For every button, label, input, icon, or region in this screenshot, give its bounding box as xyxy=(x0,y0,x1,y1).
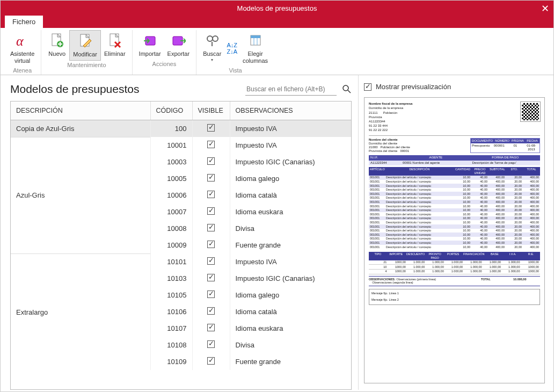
cell-visible xyxy=(192,270,230,287)
window-title: Modelos de presupuestos xyxy=(237,4,317,12)
cell-observaciones: Divisa xyxy=(230,337,351,353)
cell-codigo: 10109 xyxy=(150,353,192,370)
group-atenea: Atenea xyxy=(13,67,32,74)
modificar-button[interactable]: Modificar xyxy=(69,30,101,61)
cell-observaciones: Idioma català xyxy=(230,303,351,320)
cell-observaciones: Idioma euskara xyxy=(230,320,351,337)
close-icon[interactable]: ✕ xyxy=(541,3,549,14)
search-icon xyxy=(203,32,221,49)
visible-checkbox[interactable] xyxy=(207,357,215,365)
qr-icon xyxy=(521,102,540,121)
col-descripcion[interactable]: DESCRIPCIÓN xyxy=(11,101,150,120)
svg-rect-12 xyxy=(251,35,260,38)
show-preview-checkbox[interactable] xyxy=(364,83,371,91)
visible-checkbox[interactable] xyxy=(207,257,215,265)
new-icon xyxy=(48,32,65,49)
cell-observaciones: Impuesto IVA xyxy=(230,120,351,137)
doc-company-addr: Domicilio de la empresa xyxy=(369,106,412,110)
import-icon xyxy=(141,32,158,49)
cell-codigo: 10001 xyxy=(150,137,192,154)
group-description: Extralargo xyxy=(11,253,150,370)
cell-codigo: 10006 xyxy=(150,187,192,204)
cell-visible xyxy=(192,303,230,320)
sort-az-icon[interactable]: A↓Z xyxy=(227,42,237,48)
svg-point-13 xyxy=(343,85,348,91)
cell-codigo: 10106 xyxy=(150,303,192,320)
asistente-virtual-button[interactable]: α Asistente virtual xyxy=(7,30,38,66)
cell-observaciones: Fuente grande xyxy=(230,237,351,253)
doc-company-name: Nombre fiscal de la empresa xyxy=(369,102,412,106)
table-scroll[interactable]: DESCRIPCIÓN CÓDIGO VISIBLE OBSERVACIONES… xyxy=(11,101,351,389)
cell-observaciones: Idioma galego xyxy=(230,170,351,187)
cell-visible xyxy=(192,120,230,137)
cell-observaciones: Impuesto IGIC (Canarias) xyxy=(230,270,351,287)
cell-codigo: 10101 xyxy=(150,253,192,270)
cell-visible xyxy=(192,353,230,370)
page-title: Modelos de presupuestos xyxy=(10,83,140,96)
visible-checkbox[interactable] xyxy=(207,207,215,215)
visible-checkbox[interactable] xyxy=(207,274,215,281)
visible-checkbox[interactable] xyxy=(207,340,215,348)
svg-text:α: α xyxy=(16,33,24,49)
svg-point-7 xyxy=(207,36,213,41)
table-row[interactable]: Azul-Gris10001Impuesto IVA xyxy=(11,137,351,154)
group-acciones: Acciones xyxy=(152,61,177,67)
cell-visible xyxy=(192,137,230,154)
svg-point-8 xyxy=(213,36,218,41)
search-magnify-icon[interactable] xyxy=(342,84,352,94)
cell-codigo: 10007 xyxy=(150,204,192,220)
cell-observaciones: Fuente grande xyxy=(230,353,351,370)
show-preview-label: Mostrar previsualización xyxy=(376,83,451,91)
exportar-button[interactable]: Exportar xyxy=(164,30,193,60)
tab-fichero[interactable]: Fichero xyxy=(5,16,43,28)
cell-visible xyxy=(192,337,230,353)
cell-visible xyxy=(192,220,230,237)
visible-checkbox[interactable] xyxy=(207,157,215,165)
cell-codigo: 10103 xyxy=(150,270,192,287)
group-vista: Vista xyxy=(229,67,242,74)
visible-checkbox[interactable] xyxy=(207,174,215,182)
group-description: Copia de Azul-Gris xyxy=(11,120,150,137)
cell-visible xyxy=(192,187,230,204)
alpha-icon: α xyxy=(14,32,31,49)
cell-codigo: 10008 xyxy=(150,220,192,237)
cell-visible xyxy=(192,170,230,187)
sort-za-icon[interactable]: Z↓A xyxy=(227,48,237,55)
chevron-down-icon: ▾ xyxy=(211,57,213,62)
delete-icon xyxy=(106,32,123,49)
visible-checkbox[interactable] xyxy=(207,124,215,132)
visible-checkbox[interactable] xyxy=(207,307,215,315)
cell-observaciones: Impuesto IGIC (Canarias) xyxy=(230,154,351,170)
export-icon xyxy=(170,32,187,49)
cell-visible xyxy=(192,237,230,253)
nuevo-button[interactable]: Nuevo xyxy=(45,30,69,61)
cell-visible xyxy=(192,320,230,337)
cell-observaciones: Idioma euskara xyxy=(230,204,351,220)
visible-checkbox[interactable] xyxy=(207,141,215,148)
visible-checkbox[interactable] xyxy=(207,191,215,198)
visible-checkbox[interactable] xyxy=(207,291,215,298)
buscar-button[interactable]: Buscar ▾ xyxy=(200,30,224,66)
table-row[interactable]: Copia de Azul-Gris100Impuesto IVA xyxy=(11,120,351,137)
cell-codigo: 10005 xyxy=(150,170,192,187)
elegir-columnas-button[interactable]: Elegir columnas xyxy=(239,30,271,66)
eliminar-button[interactable]: Eliminar xyxy=(101,30,129,61)
data-table: DESCRIPCIÓN CÓDIGO VISIBLE OBSERVACIONES… xyxy=(11,101,351,370)
svg-line-14 xyxy=(348,90,351,93)
cell-observaciones: Impuesto IVA xyxy=(230,137,351,154)
cell-observaciones: Idioma català xyxy=(230,187,351,204)
table-row[interactable]: Extralargo10101Impuesto IVA xyxy=(11,253,351,270)
search-input[interactable] xyxy=(245,83,337,96)
visible-checkbox[interactable] xyxy=(207,241,215,248)
ribbon: α Asistente virtual Atenea Nuevo Modific… xyxy=(1,28,553,75)
visible-checkbox[interactable] xyxy=(207,224,215,231)
cell-observaciones: Divisa xyxy=(230,220,351,237)
cell-visible xyxy=(192,253,230,270)
columns-icon xyxy=(247,32,264,49)
col-codigo[interactable]: CÓDIGO xyxy=(150,101,192,120)
visible-checkbox[interactable] xyxy=(207,324,215,331)
col-observaciones[interactable]: OBSERVACIONES xyxy=(230,101,351,120)
col-visible[interactable]: VISIBLE xyxy=(192,101,230,120)
importar-button[interactable]: Importar xyxy=(136,30,164,60)
cell-codigo: 10003 xyxy=(150,154,192,170)
